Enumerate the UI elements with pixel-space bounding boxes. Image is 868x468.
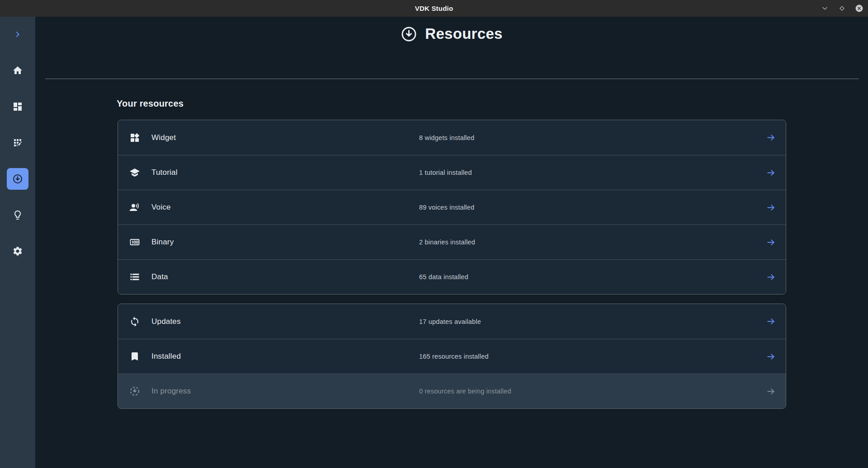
- activity-card: Updates17 updates availableInstalled165 …: [118, 304, 786, 409]
- arrow-right-icon: [765, 167, 776, 178]
- activity-row[interactable]: Updates17 updates available: [118, 304, 786, 339]
- resources-card: Widget8 widgets installedTutorial1 tutor…: [118, 120, 786, 295]
- download-circle-icon: [12, 173, 23, 184]
- resource-row[interactable]: Voice89 voices installed: [118, 190, 786, 225]
- resource-row[interactable]: Binary2 binaries installed: [118, 225, 786, 259]
- activity-row[interactable]: Installed165 resources installed: [118, 339, 786, 374]
- sidebar-item-settings[interactable]: [7, 240, 28, 262]
- close-button[interactable]: [854, 4, 863, 13]
- arrow-right-icon: [765, 316, 776, 327]
- sidebar-item-dashboard[interactable]: [7, 96, 28, 117]
- app-body: Resources Your resources Widget8 widgets…: [0, 17, 868, 468]
- resource-row[interactable]: Data65 data installed: [118, 259, 786, 294]
- row-label: Widget: [151, 133, 176, 142]
- voice-over-icon: [129, 201, 141, 213]
- lightbulb-icon: [12, 210, 23, 220]
- row-status: 8 widgets installed: [419, 134, 474, 141]
- row-status: 0 resources are being installed: [419, 388, 511, 395]
- row-status: 17 updates available: [419, 318, 481, 325]
- row-label: In progress: [151, 387, 191, 396]
- resource-row[interactable]: Widget8 widgets installed: [118, 120, 786, 155]
- titlebar: VDK Studio: [0, 0, 868, 17]
- home-icon: [12, 65, 23, 76]
- maximize-button[interactable]: [837, 4, 846, 13]
- arrow-right-icon: [765, 351, 776, 362]
- row-label: Tutorial: [151, 168, 178, 177]
- page-title: Resources: [425, 25, 502, 42]
- window-title: VDK Studio: [415, 5, 453, 12]
- row-status: 89 voices installed: [419, 204, 474, 211]
- data-list-icon: [129, 271, 141, 283]
- row-status: 1 tutorial installed: [419, 169, 472, 176]
- bookmark-icon: [129, 351, 141, 362]
- sidebar-item-resources[interactable]: [7, 168, 28, 190]
- window-controls: [820, 0, 863, 17]
- school-icon: [129, 167, 141, 178]
- download-circle-icon: [401, 26, 417, 42]
- sync-icon: [129, 316, 141, 328]
- arrow-right-icon: [765, 202, 776, 213]
- sidebar-item-expand-sidebar[interactable]: [7, 23, 28, 45]
- resource-row[interactable]: Tutorial1 tutorial installed: [118, 155, 786, 190]
- row-status: 165 resources installed: [419, 353, 489, 360]
- chevron-right-icon: [12, 29, 23, 40]
- sidebar-item-home[interactable]: [7, 60, 28, 81]
- row-label: Binary: [151, 238, 174, 247]
- app-registration-icon: [12, 137, 23, 148]
- arrow-right-icon: [765, 386, 776, 397]
- widgets-icon: [129, 132, 141, 144]
- activity-row: In progress0 resources are being install…: [118, 374, 786, 408]
- downloading-icon: [129, 385, 141, 397]
- arrow-right-icon: [765, 237, 776, 248]
- sidebar-item-tips[interactable]: [7, 204, 28, 226]
- diamond-icon: [838, 5, 846, 12]
- row-label: Voice: [151, 203, 171, 212]
- binary-icon: [129, 236, 141, 248]
- row-status: 2 binaries installed: [419, 239, 475, 246]
- chevron-down-icon: [821, 5, 829, 12]
- row-label: Updates: [151, 317, 181, 326]
- sidebar: [0, 17, 35, 468]
- close-circle-icon: [855, 4, 863, 13]
- header-divider: [45, 79, 859, 79]
- arrow-right-icon: [765, 271, 776, 282]
- minimize-button[interactable]: [820, 4, 829, 13]
- arrow-right-icon: [765, 132, 776, 143]
- gear-icon: [12, 246, 23, 257]
- row-label: Installed: [151, 352, 181, 361]
- row-label: Data: [151, 272, 168, 281]
- page-header: Resources: [35, 17, 868, 42]
- dashboard-icon: [12, 101, 23, 112]
- section-title: Your resources: [117, 98, 868, 109]
- sidebar-item-editor[interactable]: [7, 132, 28, 154]
- row-status: 65 data installed: [419, 273, 468, 281]
- main-content: Resources Your resources Widget8 widgets…: [35, 17, 868, 468]
